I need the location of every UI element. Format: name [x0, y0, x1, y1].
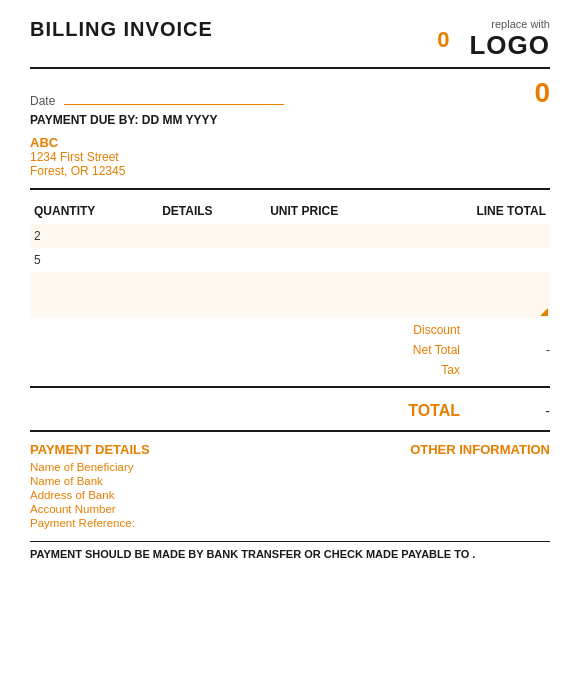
table-spacer-row	[30, 272, 550, 290]
row1-quantity: 2	[30, 224, 158, 248]
total-divider	[30, 386, 550, 388]
row2-unit-price	[266, 248, 406, 272]
payment-details-heading: PAYMENT DETAILS	[30, 442, 390, 457]
col-line-total: LINE TOTAL	[407, 198, 550, 224]
table-row: 5	[30, 248, 550, 272]
billing-title: BILLING INVOICE	[30, 18, 213, 41]
row2-quantity: 5	[30, 248, 158, 272]
discount-label: Discount	[380, 323, 460, 337]
logo-area: replace with LOGO	[469, 18, 550, 61]
date-label: Date	[30, 94, 55, 108]
col-unit-price: UNIT PRICE	[266, 198, 406, 224]
total-value: -	[500, 403, 550, 419]
other-information-block: OTHER INFORMATION	[390, 442, 550, 531]
logo-replace-big: LOGO	[469, 30, 550, 60]
table-empty-row	[30, 290, 550, 318]
payment-field-bank-address: Address of Bank	[30, 489, 390, 501]
totals-section: Discount Net Total - Tax	[30, 320, 550, 380]
row2-details	[158, 248, 266, 272]
header: BILLING INVOICE 0 replace with LOGO	[30, 18, 550, 61]
invoice-number-top: 0	[437, 27, 449, 53]
payment-due: PAYMENT DUE BY: DD MM YYYY	[30, 113, 550, 127]
net-total-value: -	[500, 343, 550, 357]
other-information-heading: OTHER INFORMATION	[390, 442, 550, 457]
net-total-label: Net Total	[380, 343, 460, 357]
row2-line-total	[407, 248, 550, 272]
col-details: DETAILS	[158, 198, 266, 224]
date-area: Date	[30, 91, 284, 109]
header-right: 0 replace with LOGO	[437, 18, 550, 61]
row1-unit-price	[266, 224, 406, 248]
date-row: Date 0	[30, 77, 550, 109]
payment-field-account-number: Account Number	[30, 503, 390, 515]
payment-details-block: PAYMENT DETAILS Name of Beneficiary Name…	[30, 442, 390, 531]
invoice-table: QUANTITY DETAILS UNIT PRICE LINE TOTAL 2…	[30, 198, 550, 318]
total-row: TOTAL -	[30, 396, 550, 424]
tax-label: Tax	[380, 363, 460, 377]
date-underline[interactable]	[64, 104, 284, 105]
invoice-number-right: 0	[534, 77, 550, 109]
row1-details	[158, 224, 266, 248]
payment-field-bank-name: Name of Bank	[30, 475, 390, 487]
header-divider	[30, 67, 550, 69]
row1-line-total	[407, 224, 550, 248]
payment-section: PAYMENT DETAILS Name of Beneficiary Name…	[30, 442, 550, 531]
table-header-row: QUANTITY DETAILS UNIT PRICE LINE TOTAL	[30, 198, 550, 224]
tax-row: Tax	[30, 360, 550, 380]
corner-mark-icon	[540, 308, 548, 316]
footer-text: PAYMENT SHOULD BE MADE BY BANK TRANSFER …	[30, 541, 550, 560]
net-total-row: Net Total -	[30, 340, 550, 360]
page: BILLING INVOICE 0 replace with LOGO Date…	[0, 0, 580, 680]
logo-replace-small: replace with	[469, 18, 550, 30]
address-block: ABC 1234 First Street Forest, OR 12345	[30, 135, 550, 178]
table-row: 2	[30, 224, 550, 248]
payment-field-beneficiary: Name of Beneficiary	[30, 461, 390, 473]
col-quantity: QUANTITY	[30, 198, 158, 224]
table-top-divider	[30, 188, 550, 190]
discount-row: Discount	[30, 320, 550, 340]
address-street: 1234 First Street	[30, 150, 550, 164]
address-name: ABC	[30, 135, 550, 150]
payment-section-divider	[30, 430, 550, 432]
address-city: Forest, OR 12345	[30, 164, 550, 178]
total-label: TOTAL	[380, 402, 460, 420]
payment-field-reference: Payment Reference:	[30, 517, 390, 529]
